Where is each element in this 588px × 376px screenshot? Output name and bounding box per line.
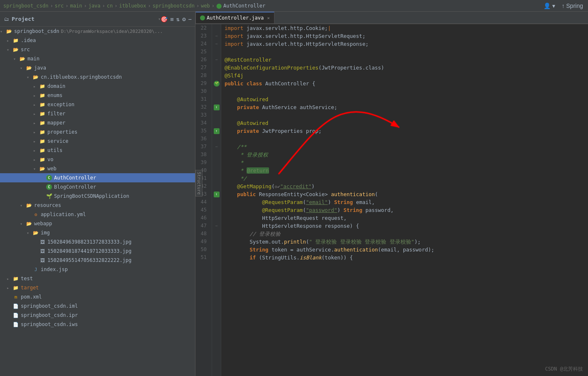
breadcrumb-java[interactable]: java xyxy=(89,3,101,9)
settings-icon[interactable]: ⚙ xyxy=(182,16,185,22)
tree-item-properties[interactable]: properties xyxy=(0,127,195,137)
webapp-folder-icon xyxy=(26,220,32,227)
gutter-24[interactable]: − xyxy=(212,40,221,48)
tree-item-utils[interactable]: utils xyxy=(0,146,195,155)
code-line-34: @Autowired xyxy=(225,119,585,127)
tree-item-exception[interactable]: exception xyxy=(0,100,195,109)
tree-item-ipr[interactable]: 📄 springboot_csdn.ipr xyxy=(0,311,195,320)
locate-icon[interactable]: 🎯 xyxy=(161,16,168,22)
code-line-41: */ xyxy=(225,174,585,182)
yml-label: application.yml xyxy=(41,212,86,217)
webapp-arrow xyxy=(20,222,26,226)
test-arrow xyxy=(7,276,12,281)
top-bar-actions: 👤 ▾ ↑ Spring xyxy=(542,2,585,10)
ln-37: 37 xyxy=(197,143,208,151)
vo-label: vo xyxy=(47,157,53,162)
gutter-30 xyxy=(212,87,221,95)
ln-26: 26 xyxy=(197,56,208,64)
tree-item-indexjsp[interactable]: J index.jsp xyxy=(0,265,195,274)
code-line-44: @RequestParam("email") String email, xyxy=(225,198,585,206)
vcs-icon[interactable]: ↑ Spring xyxy=(560,2,585,10)
iws-label: springboot_csdn.iws xyxy=(21,321,78,327)
webapp-label: webapp xyxy=(34,221,52,227)
breadcrumb-springbootcsdn[interactable]: springbootcsdn xyxy=(153,3,195,9)
tree-item-domain[interactable]: domain xyxy=(0,82,195,91)
gutter-44 xyxy=(212,198,221,206)
code-line-28: @Slf4j xyxy=(225,72,585,80)
tree-item-main[interactable]: main xyxy=(0,54,195,63)
tree-item-img1[interactable]: 🖼 150284963988231372833333.jpg xyxy=(0,237,195,247)
ln-50: 50 xyxy=(197,246,208,254)
tree-item-resources[interactable]: resources xyxy=(0,201,195,210)
tree-item-iws[interactable]: 📄 springboot_csdn.iws xyxy=(0,320,195,329)
target-folder-icon: 📁 xyxy=(12,284,19,291)
code-line-23: import javax.servlet.http.HttpServletReq… xyxy=(225,32,585,40)
tree-item-blog-controller[interactable]: C BlogController xyxy=(0,182,195,192)
code-lines[interactable]: import javax.servlet.http.Cookie;| impor… xyxy=(221,24,588,376)
breadcrumb-main[interactable]: main xyxy=(70,3,82,9)
breadcrumb-web[interactable]: web xyxy=(201,3,210,9)
gutter-27 xyxy=(212,64,221,72)
tab-controller-icon xyxy=(200,15,205,20)
close-sidebar-icon[interactable]: − xyxy=(188,16,192,22)
main-layout: 🗂 Project ▾ 🎯 ≡ ⇅ ⚙ − springboot_csdn D:… xyxy=(0,12,588,376)
ln-45: 45 xyxy=(197,206,208,214)
test-folder-icon xyxy=(12,275,19,282)
tree-item-pom[interactable]: m pom.xml xyxy=(0,292,195,301)
tree-item-img[interactable]: img xyxy=(0,228,195,237)
breadcrumb-src[interactable]: src xyxy=(55,3,64,9)
tree-item-img3[interactable]: 🖼 150284955147056332822222.jpg xyxy=(0,256,195,265)
tree-item-web[interactable]: web xyxy=(0,164,195,173)
tree-item-webapp[interactable]: webapp xyxy=(0,219,195,228)
tree-item-img2[interactable]: 🖼 150284981874419712033333.jpg xyxy=(0,247,195,256)
tab-label: AuthController.java xyxy=(207,15,264,21)
code-line-33 xyxy=(225,111,585,119)
code-line-37: /** xyxy=(225,143,585,151)
tree-item-target[interactable]: 📁 target xyxy=(0,283,195,292)
ln-49: 49 xyxy=(197,238,208,246)
tree-item-app[interactable]: 🌱 SpringBootCSDNApplication xyxy=(0,192,195,201)
code-line-43: public ResponseEntity<Cookie> authentica… xyxy=(225,190,585,198)
ln-39: 39 xyxy=(197,159,208,167)
ln-44: 44 xyxy=(197,198,208,206)
exception-label: exception xyxy=(47,102,74,107)
sort-icon[interactable]: ⇅ xyxy=(176,16,180,22)
tree-item-mapper[interactable]: mapper xyxy=(0,118,195,127)
gutter-23[interactable]: − xyxy=(212,32,221,40)
tree-item-iml[interactable]: 📄 springboot_csdn.iml xyxy=(0,301,195,311)
structure-strip[interactable]: Structure xyxy=(195,170,203,197)
tree-item-enums[interactable]: enums xyxy=(0,91,195,100)
tree-item-idea[interactable]: .idea xyxy=(0,36,195,45)
breadcrumb-project[interactable]: springboot_csdn xyxy=(3,3,48,9)
root-arrow xyxy=(0,29,6,34)
tree-root[interactable]: springboot_csdn D:\ProgramWorkspace\idea… xyxy=(0,27,195,36)
breadcrumb-current: AuthController xyxy=(223,3,265,9)
iml-label: springboot_csdn.iml xyxy=(21,303,78,309)
code-line-31: @Autowired xyxy=(225,95,585,103)
src-folder-icon xyxy=(12,46,19,53)
resources-arrow xyxy=(20,203,26,208)
tree-item-vo[interactable]: vo xyxy=(0,155,195,164)
breadcrumb-itbluebox[interactable]: itbluebox xyxy=(119,3,146,9)
breadcrumb-cn[interactable]: cn xyxy=(107,3,113,9)
tree-item-cn[interactable]: cn.itbluebox.springbootcsdn xyxy=(0,72,195,82)
tree-item-auth-controller[interactable]: C AuthController xyxy=(0,173,195,182)
enums-label: enums xyxy=(47,92,62,98)
img-label: img xyxy=(41,230,50,236)
tree-item-service[interactable]: service xyxy=(0,137,195,146)
collapse-icon[interactable]: ≡ xyxy=(170,16,173,22)
tab-close-icon[interactable]: × xyxy=(267,15,270,21)
tree-item-test[interactable]: test xyxy=(0,274,195,283)
iml-icon: 📄 xyxy=(12,303,19,309)
gutter-26[interactable]: − xyxy=(212,56,221,64)
account-icon[interactable]: 👤 ▾ xyxy=(542,2,557,10)
gutter-47[interactable]: − xyxy=(212,222,221,230)
sidebar-header: 🗂 Project ▾ 🎯 ≡ ⇅ ⚙ − xyxy=(0,12,195,27)
gutter-37[interactable]: − xyxy=(212,143,221,151)
tree-item-filter[interactable]: filter xyxy=(0,109,195,118)
tab-auth-controller[interactable]: AuthController.java × xyxy=(195,12,274,23)
tree-item-appyml[interactable]: ⚙ application.yml xyxy=(0,210,195,219)
tree-item-src[interactable]: src xyxy=(0,45,195,54)
tree-item-java[interactable]: java xyxy=(0,63,195,72)
code-line-32: private AuthService authService; xyxy=(225,103,585,111)
